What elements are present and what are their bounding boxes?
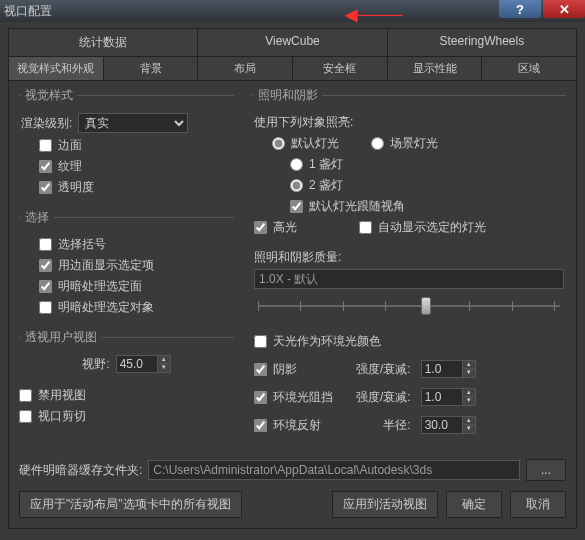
- shadow-label: 阴影: [273, 361, 297, 378]
- bracket-label: 选择括号: [58, 236, 106, 253]
- clip-checkbox[interactable]: [19, 410, 32, 423]
- tab-viewcube[interactable]: ViewCube: [198, 29, 387, 56]
- texture-label: 纹理: [58, 158, 82, 175]
- subtab-layout[interactable]: 布局: [198, 57, 293, 80]
- follow-label: 默认灯光跟随视角: [309, 198, 405, 215]
- panel: 视觉样式 渲染级别: 真实 边面 纹理 透明度 选择 选择括号 用边面显示选定项…: [8, 81, 577, 529]
- quality-field[interactable]: [254, 269, 564, 289]
- default-light-radio[interactable]: [272, 137, 285, 150]
- help-button[interactable]: ?: [499, 0, 541, 18]
- intensity2-label: 强度/衰减:: [356, 389, 411, 406]
- texture-checkbox[interactable]: [39, 160, 52, 173]
- disable-label: 禁用视图: [38, 387, 86, 404]
- cache-path-field[interactable]: [148, 460, 520, 480]
- render-level-select[interactable]: 真实: [78, 113, 188, 133]
- subtab-bg[interactable]: 背景: [104, 57, 199, 80]
- disable-checkbox[interactable]: [19, 389, 32, 402]
- subtab-perf[interactable]: 显示性能: [388, 57, 483, 80]
- close-button[interactable]: ✕: [543, 0, 585, 18]
- render-label: 渲染级别:: [21, 115, 72, 132]
- highlight-checkbox[interactable]: [254, 221, 267, 234]
- persp-group: 透视用户视图 视野: ▲▼: [19, 329, 234, 380]
- edge-checkbox[interactable]: [39, 139, 52, 152]
- use-label: 使用下列对象照亮:: [254, 114, 353, 131]
- ao-checkbox[interactable]: [254, 391, 267, 404]
- light-legend: 照明和阴影: [254, 87, 322, 104]
- transparency-label: 透明度: [58, 179, 94, 196]
- intensity1-label: 强度/衰减:: [356, 361, 411, 378]
- shadow-checkbox[interactable]: [254, 363, 267, 376]
- select-legend: 选择: [21, 209, 53, 226]
- light-group: 照明和阴影 使用下列对象照亮: 默认灯光 场景灯光 1 盏灯 2 盏灯 默认灯光…: [252, 87, 566, 441]
- edge-sel-label: 用边面显示选定项: [58, 257, 154, 274]
- fov-down[interactable]: ▼: [158, 364, 170, 372]
- subtab-visual[interactable]: 视觉样式和外观: [9, 57, 104, 80]
- skylight-checkbox[interactable]: [254, 335, 267, 348]
- radius-spinner[interactable]: ▲▼: [421, 416, 564, 434]
- persp-legend: 透视用户视图: [21, 329, 101, 346]
- visual-legend: 视觉样式: [21, 87, 77, 104]
- one-light-radio[interactable]: [290, 158, 303, 171]
- edge-label: 边面: [58, 137, 82, 154]
- highlight-label: 高光: [273, 219, 297, 236]
- shade-obj-checkbox[interactable]: [39, 301, 52, 314]
- subtab-safe[interactable]: 安全框: [293, 57, 388, 80]
- radius-label: 半径:: [356, 417, 411, 434]
- intensity1-spinner[interactable]: ▲▼: [421, 360, 564, 378]
- titlebar: 视口配置 ? ✕: [0, 0, 585, 22]
- ok-button[interactable]: 确定: [446, 491, 502, 518]
- refl-checkbox[interactable]: [254, 419, 267, 432]
- apply-all-button[interactable]: 应用于"活动布局"选项卡中的所有视图: [19, 491, 242, 518]
- two-light-label: 2 盏灯: [309, 177, 343, 194]
- visual-style-group: 视觉样式 渲染级别: 真实 边面 纹理 透明度: [19, 87, 234, 203]
- browse-button[interactable]: ...: [526, 459, 566, 481]
- refl-label: 环境反射: [273, 417, 321, 434]
- shade-sel-checkbox[interactable]: [39, 280, 52, 293]
- sub-tabs: 视觉样式和外观 背景 布局 安全框 显示性能 区域: [8, 57, 577, 81]
- window-title: 视口配置: [4, 3, 581, 20]
- tab-steeringwheels[interactable]: SteeringWheels: [388, 29, 576, 56]
- fov-input[interactable]: [116, 355, 158, 373]
- skylight-label: 天光作为环境光颜色: [273, 333, 381, 350]
- tab-stats[interactable]: 统计数据: [9, 29, 198, 56]
- quality-label: 照明和阴影质量:: [254, 249, 341, 266]
- fov-label: 视野:: [82, 356, 109, 373]
- subtab-region[interactable]: 区域: [482, 57, 576, 80]
- default-light-label: 默认灯光: [291, 135, 339, 152]
- quality-slider[interactable]: [258, 295, 560, 319]
- edge-sel-checkbox[interactable]: [39, 259, 52, 272]
- scene-light-label: 场景灯光: [390, 135, 438, 152]
- fov-up[interactable]: ▲: [158, 356, 170, 364]
- one-light-label: 1 盏灯: [309, 156, 343, 173]
- bracket-checkbox[interactable]: [39, 238, 52, 251]
- follow-checkbox[interactable]: [290, 200, 303, 213]
- autoshow-label: 自动显示选定的灯光: [378, 219, 486, 236]
- clip-label: 视口剪切: [38, 408, 86, 425]
- scene-light-radio[interactable]: [371, 137, 384, 150]
- main-tabs: 统计数据 ViewCube SteeringWheels: [8, 28, 577, 57]
- two-light-radio[interactable]: [290, 179, 303, 192]
- intensity2-spinner[interactable]: ▲▼: [421, 388, 564, 406]
- cache-label: 硬件明暗器缓存文件夹:: [19, 462, 142, 479]
- transparency-checkbox[interactable]: [39, 181, 52, 194]
- fov-spinner[interactable]: ▲▼: [116, 355, 171, 373]
- autoshow-checkbox[interactable]: [359, 221, 372, 234]
- select-group: 选择 选择括号 用边面显示选定项 明暗处理选定面 明暗处理选定对象: [19, 209, 234, 323]
- cancel-button[interactable]: 取消: [510, 491, 566, 518]
- shade-sel-label: 明暗处理选定面: [58, 278, 142, 295]
- shade-obj-label: 明暗处理选定对象: [58, 299, 154, 316]
- ao-label: 环境光阻挡: [273, 389, 333, 406]
- slider-thumb[interactable]: [421, 297, 431, 315]
- apply-active-button[interactable]: 应用到活动视图: [332, 491, 438, 518]
